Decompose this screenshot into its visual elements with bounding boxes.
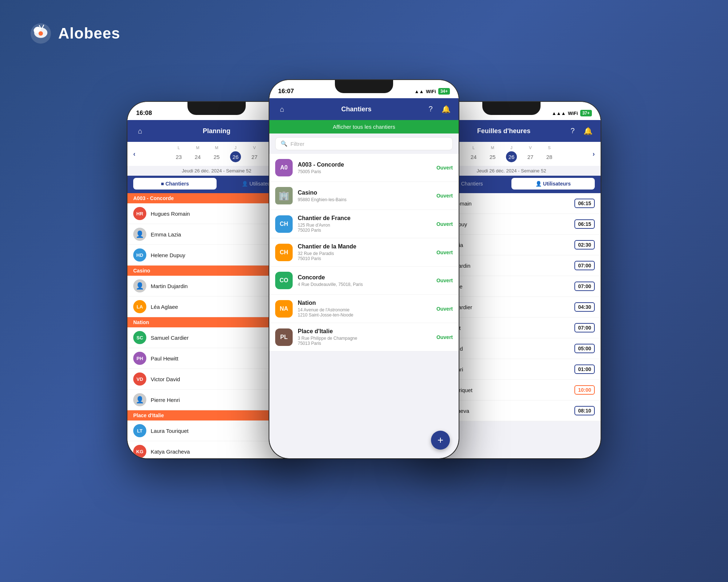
date-next-right[interactable]: › bbox=[593, 150, 595, 158]
status-icons-center: ▲▲ WiFi 34+ bbox=[415, 88, 450, 95]
date-cells-right: L 24 M 25 J 26 V 27 bbox=[466, 146, 557, 162]
filter-placeholder: Filtrer bbox=[290, 141, 304, 147]
fab-add[interactable]: + bbox=[431, 431, 450, 450]
chantier-icon-nation: NA bbox=[275, 300, 293, 318]
date-cell-3[interactable]: J 26 bbox=[228, 146, 244, 162]
date-prev-left[interactable]: ‹ bbox=[133, 150, 135, 158]
time-badge-hr: 06:15 bbox=[574, 199, 595, 208]
date-cell-r1[interactable]: M 25 bbox=[484, 146, 500, 162]
time-badge-kg: 08:10 bbox=[574, 406, 595, 415]
chantier-mande[interactable]: CH Chantier de la Mande 32 Rue de Paradi… bbox=[269, 238, 459, 267]
nav-title-left: Planning bbox=[146, 127, 288, 135]
chantier-icon-place-italie: PL bbox=[275, 328, 293, 346]
home-icon-center[interactable]: ⌂ bbox=[277, 105, 288, 113]
date-cell-r2[interactable]: J 26 bbox=[503, 146, 519, 162]
avatar-ph: PH bbox=[133, 352, 146, 365]
chantier-france[interactable]: CH Chantier de France 125 Rue d'Avron750… bbox=[269, 210, 459, 238]
chantier-a003[interactable]: A0 A003 - Concorde 75005 Paris Ouvert bbox=[269, 154, 459, 182]
notch-right bbox=[482, 102, 541, 115]
logo-area: Alobees bbox=[29, 22, 120, 45]
filter-bar: 🔍 Filtrer bbox=[269, 133, 459, 154]
chantier-casino[interactable]: 🏢 Casino 95880 Enghien-les-Bains Ouvert bbox=[269, 182, 459, 210]
date-cell-2[interactable]: M 25 bbox=[209, 146, 225, 162]
bell-icon-center[interactable]: 🔔 bbox=[440, 105, 451, 113]
notch-center bbox=[335, 80, 393, 93]
avatar-hd: HD bbox=[133, 248, 146, 262]
help-icon-right[interactable]: ? bbox=[567, 127, 578, 135]
phones-container: 16:08 ●●● ▲ 🔋 ⌂ Planning ‹ L 2 bbox=[109, 73, 619, 509]
avatar-sc: SC bbox=[133, 331, 146, 344]
tab-utilisateurs-right[interactable]: 👤 Utilisateurs bbox=[511, 178, 595, 190]
time-left: 16:08 bbox=[136, 109, 152, 117]
filter-input[interactable]: 🔍 Filtrer bbox=[275, 137, 453, 150]
nav-bar-chantiers: ⌂ Chantiers ? 🔔 bbox=[269, 98, 459, 120]
home-icon-left[interactable]: ⌂ bbox=[135, 127, 146, 135]
chantier-icon-a003: A0 bbox=[275, 159, 293, 176]
time-center: 16:07 bbox=[278, 88, 294, 95]
date-cell-0[interactable]: L 23 bbox=[171, 146, 187, 162]
status-icons-right: ▲▲▲ WiFi 37+ bbox=[552, 110, 592, 116]
chantier-icon-france: CH bbox=[275, 215, 293, 233]
time-badge-el: 02:30 bbox=[574, 240, 595, 250]
time-badge-pi: 01:00 bbox=[574, 364, 595, 374]
time-badge-lt: 10:00 bbox=[574, 385, 595, 395]
nav-title-right: Feuilles d'heures bbox=[440, 127, 567, 135]
date-cell-1[interactable]: M 24 bbox=[190, 146, 206, 162]
search-icon-center: 🔍 bbox=[281, 140, 288, 147]
date-cell-r3[interactable]: V 27 bbox=[522, 146, 538, 162]
phone-chantiers: 16:07 ▲▲ WiFi 34+ ⌂ Chantiers ? 🔔 Affich… bbox=[269, 80, 459, 458]
time-badge-ph: 07:00 bbox=[574, 323, 595, 332]
chantier-icon-mande: CH bbox=[275, 244, 293, 261]
avatar-lt: LT bbox=[133, 424, 146, 437]
avatar-pi: 👤 bbox=[133, 393, 146, 406]
avatar-md: 👤 bbox=[133, 279, 146, 292]
avatar-la: LA bbox=[133, 300, 146, 313]
time-badge-vd: 05:00 bbox=[574, 344, 595, 353]
date-cell-r4[interactable]: S 28 bbox=[541, 146, 557, 162]
date-cell-r0[interactable]: L 24 bbox=[466, 146, 482, 162]
nav-title-center: Chantiers bbox=[288, 105, 425, 113]
time-badge-md: 07:00 bbox=[574, 261, 595, 270]
app-name: Alobees bbox=[58, 25, 120, 42]
phone-chantiers-screen: 16:07 ▲▲ WiFi 34+ ⌂ Chantiers ? 🔔 Affich… bbox=[269, 80, 459, 458]
date-cells-left: L 23 M 24 M 25 J 26 bbox=[171, 146, 262, 162]
alobees-logo-icon bbox=[29, 22, 52, 45]
svg-point-3 bbox=[39, 31, 43, 36]
chantier-icon-concorde: CO bbox=[275, 272, 293, 289]
chantier-photo-casino: 🏢 bbox=[275, 187, 293, 204]
chantier-place-italie[interactable]: PL Place d'Italie 3 Rue Philippe de Cham… bbox=[269, 323, 459, 351]
help-icon-center[interactable]: ? bbox=[425, 105, 436, 113]
avatar-el: 👤 bbox=[133, 228, 146, 241]
time-badge-hd: 06:15 bbox=[574, 219, 595, 229]
chantier-nation[interactable]: NA Nation 14 Avenue de l'Astronomie1210 … bbox=[269, 295, 459, 323]
chantier-concorde[interactable]: CO Concorde 4 Rue Doudeauville, 75018, P… bbox=[269, 267, 459, 295]
avatar-vd: VD bbox=[133, 372, 146, 386]
time-badge-la: 07:00 bbox=[574, 282, 595, 291]
date-cell-4[interactable]: V 27 bbox=[246, 146, 262, 162]
tab-chantiers-left[interactable]: ■ Chantiers bbox=[133, 178, 217, 190]
avatar-hr: HR bbox=[133, 207, 146, 220]
green-banner[interactable]: Afficher tous les chantiers bbox=[269, 120, 459, 133]
chantiers-list: A0 A003 - Concorde 75005 Paris Ouvert 🏢 … bbox=[269, 154, 459, 351]
notch-left bbox=[187, 102, 246, 115]
time-badge-sc: 04:30 bbox=[574, 302, 595, 312]
bell-icon-right[interactable]: 🔔 bbox=[582, 127, 593, 135]
avatar-kg: KG bbox=[133, 445, 146, 458]
